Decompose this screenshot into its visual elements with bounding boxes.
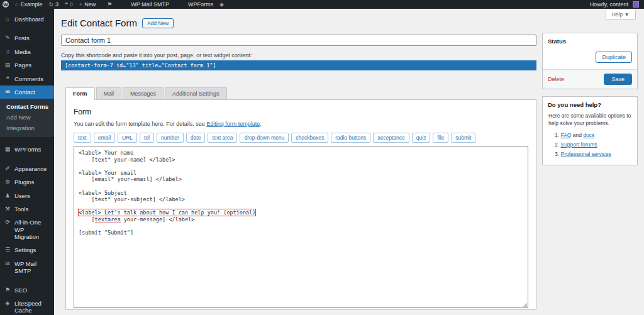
tag-button-url[interactable]: URL (118, 133, 137, 143)
new-content-menu[interactable]: +New (79, 1, 96, 8)
seo-diamond-menu[interactable]: ◈ (219, 2, 224, 8)
howdy-text: Howdy, content (590, 1, 628, 8)
support-forums-link[interactable]: Support forums (560, 141, 597, 148)
sidebar-item-label: Plugins (14, 179, 34, 185)
help-dropdown-button[interactable]: Help ▼ (606, 10, 636, 19)
tag-button-text[interactable]: text (74, 133, 91, 143)
settings-icon: ☰ (4, 246, 11, 253)
sidebar-item-wp-mail-smtp[interactable]: ✉WP Mail SMTP (0, 257, 54, 278)
tag-button-date[interactable]: date (186, 133, 206, 143)
wp-logo-menu[interactable]: W (3, 1, 9, 8)
code-segment: <label> Your name [text* your-name] </la… (79, 150, 185, 202)
site-name-link[interactable]: ⌂Example (15, 1, 42, 8)
sidebar-item-plugins[interactable]: ⚙Plugins (0, 175, 54, 189)
tools-icon: ⚒ (4, 206, 11, 213)
sidebar-item-label: Comments (14, 75, 43, 82)
list-number: 2. (555, 141, 559, 148)
sidebar-item-seo[interactable]: ⚑SEO (0, 284, 54, 297)
updates-link[interactable]: ↻3 (48, 1, 58, 8)
wpforms-menu[interactable]: WPForms (188, 1, 213, 8)
page-title: Edit Contact Form (61, 18, 137, 28)
tag-generator-buttons: text email URL tel number date text area… (74, 133, 528, 143)
sidebar-item-posts[interactable]: ✎Posts (0, 31, 54, 45)
new-label: New (84, 1, 96, 8)
sidebar-item-dashboard[interactable]: ⌂Dashboard (0, 13, 54, 26)
sidebar-item-label: Users (14, 192, 30, 199)
description-period: . (260, 121, 262, 127)
contact-submenu: Contact Forms Add New Integration (0, 99, 54, 137)
form-panel: Form You can edit the form template here… (65, 99, 536, 310)
posts-icon: ✎ (4, 35, 11, 41)
tab-messages[interactable]: Messages (123, 87, 164, 100)
editor-tabs: Form Mail Messages Additional Settings (65, 87, 536, 99)
add-new-button[interactable]: Add New (142, 18, 174, 28)
professional-services-link[interactable]: Professional services (560, 151, 611, 157)
list-text: and (571, 132, 583, 138)
sidebar-item-label: Contact (14, 89, 35, 96)
sidebar-item-appearance[interactable]: ✐Appearance (0, 162, 54, 175)
tag-button-quiz[interactable]: quiz (412, 133, 431, 143)
tab-mail[interactable]: Mail (96, 87, 122, 100)
wp-mail-smtp-label-menu[interactable]: WP Mail SMTP (131, 1, 169, 8)
form-template-textarea[interactable]: <label> Your name [text* your-name] </la… (74, 146, 528, 308)
tag-button-text-area[interactable]: text area (208, 133, 237, 143)
duplicate-button[interactable]: Duplicate (596, 52, 632, 63)
form-template-code: <label> Your name [text* your-name] </la… (79, 150, 523, 236)
wpforms-icon: ▦ (4, 146, 11, 153)
tag-button-file[interactable]: file (433, 133, 448, 143)
sidebar-item-tools[interactable]: ⚒Tools (0, 202, 54, 216)
status-box-title: Status (543, 33, 637, 48)
editing-form-template-link[interactable]: Editing form template (206, 121, 260, 127)
code-segment: [ (79, 216, 95, 223)
submenu-item-add-new[interactable]: Add New (0, 112, 54, 123)
sidebar-item-ai1wm[interactable]: ⟳All-in-One WP Migration (0, 216, 54, 243)
tab-additional-settings[interactable]: Additional Settings (165, 87, 227, 100)
tag-button-checkboxes[interactable]: checkboxes (291, 133, 328, 143)
sidebar-item-label: WP Mail SMTP (14, 260, 50, 275)
wp-mail-smtp-label: WP Mail SMTP (131, 1, 169, 8)
help-box-title: Do you need help? (543, 97, 637, 111)
delete-link[interactable]: Delete (548, 76, 564, 82)
sidebar-item-label: WPForms (14, 146, 41, 153)
main-content: Help ▼ Edit Contact Form Add New Copy th… (54, 9, 644, 315)
tag-button-submit[interactable]: submit (451, 133, 475, 143)
help-box-intro: Here are some available options to help … (548, 113, 631, 128)
plugins-icon: ⚙ (4, 179, 11, 185)
docs-link[interactable]: docs (583, 132, 594, 138)
form-title-input[interactable] (61, 35, 536, 46)
submenu-item-contact-forms[interactable]: Contact Forms (0, 101, 54, 112)
tag-button-number[interactable]: number (157, 133, 184, 143)
tag-button-tel[interactable]: tel (140, 133, 154, 143)
save-button[interactable]: Save (604, 74, 632, 85)
comments-link[interactable]: ❝0 (65, 1, 73, 8)
mail-icon: ✉ (4, 260, 11, 267)
tag-button-email[interactable]: email (94, 133, 115, 143)
home-icon: ⌂ (15, 2, 18, 8)
sidebar-item-label: LiteSpeed Cache (14, 300, 50, 314)
wp-mail-smtp-menu[interactable]: ⚑ (107, 2, 112, 8)
sidebar-item-label: Media (14, 48, 31, 55)
sidebar-item-pages[interactable]: ▤Pages (0, 58, 54, 72)
faq-link[interactable]: FAQ (560, 132, 571, 138)
sidebar-item-comments[interactable]: ❝Comments (0, 72, 54, 86)
my-account-menu[interactable]: Howdy, content (590, 1, 639, 8)
tag-button-drop-down-menu[interactable]: drop-down menu (240, 133, 289, 143)
users-icon: ♟ (4, 192, 11, 199)
sidebar-item-wpforms[interactable]: ▦WPForms (0, 143, 54, 156)
tag-button-acceptance[interactable]: acceptance (373, 133, 409, 143)
sidebar-item-label: Pages (14, 62, 31, 69)
sidebar-item-settings[interactable]: ☰Settings (0, 243, 54, 257)
sidebar-item-media[interactable]: ♫Media (0, 45, 54, 58)
sidebar-item-litespeed[interactable]: ◈LiteSpeed Cache (0, 297, 54, 315)
media-icon: ♫ (4, 48, 11, 55)
tab-form[interactable]: Form (65, 87, 95, 100)
help-item-3: 3. Professional services (555, 151, 631, 157)
sidebar-item-label: Posts (14, 35, 30, 41)
sidebar-item-contact[interactable]: ✉Contact (0, 86, 54, 99)
site-name: Example (20, 1, 42, 8)
submenu-item-integration[interactable]: Integration (0, 123, 54, 133)
panel-description: You can edit the form template here. For… (74, 121, 528, 127)
shortcode-input[interactable]: [contact-form-7 id="13" title="Contact f… (61, 60, 536, 70)
tag-button-radio-buttons[interactable]: radio buttons (331, 133, 370, 143)
sidebar-item-users[interactable]: ♟Users (0, 189, 54, 202)
